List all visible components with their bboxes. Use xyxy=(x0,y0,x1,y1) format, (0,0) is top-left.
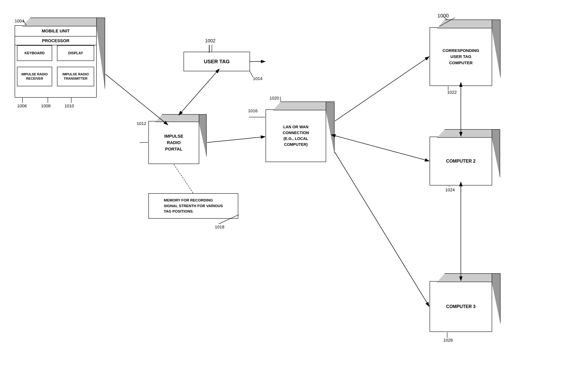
impulse-radio-transmitter-label: IMPULSE RADIOTRANSMITTER xyxy=(62,72,89,81)
svg-line-11 xyxy=(174,164,193,193)
impulse-portal-right xyxy=(199,114,206,165)
svg-line-3 xyxy=(179,72,217,115)
user-tag-label: USER TAG xyxy=(204,58,230,64)
impulse-radio-portal-box: IMPULSERADIOPORTAL xyxy=(148,121,199,164)
corresponding-utc-top xyxy=(437,20,500,28)
corresponding-utc-label: CORRESPONDINGUSER TAGCOMPUTER xyxy=(442,48,479,66)
impulse-radio-receiver-label: IMPULSE RADIORECEIVER xyxy=(21,72,48,81)
computer3-box: COMPUTER 3 xyxy=(430,281,492,332)
keyboard-label: KEYBOARD xyxy=(24,51,44,55)
corresponding-utc-right xyxy=(492,20,500,87)
memory-box: MEMORY FOR RECORDINGSIGNAL STRENTH FOR V… xyxy=(148,193,238,219)
ref-1002: 1002 xyxy=(205,38,216,44)
computer3-top xyxy=(437,273,500,282)
mobile-unit-right xyxy=(96,18,105,98)
ref-1012: 1012 xyxy=(137,121,146,126)
user-tag-box: USER TAG xyxy=(184,52,250,71)
mobile-unit-box: MOBILE UNIT PROCESSOR KEYBOARD DISPLAY I… xyxy=(15,26,97,98)
impulse-radio-portal-label: IMPULSERADIOPORTAL xyxy=(164,133,183,152)
ref-1008: 1008 xyxy=(41,104,50,108)
ref-1000: 1000 xyxy=(438,13,449,19)
svg-line-5 xyxy=(207,137,265,142)
computer2-right xyxy=(492,129,500,187)
ref-1026: 1026 xyxy=(443,338,453,343)
mobile-unit-top xyxy=(22,18,104,26)
svg-line-8 xyxy=(335,152,429,306)
processor-label: PROCESSOR xyxy=(42,38,70,43)
corresponding-utc-box: CORRESPONDINGUSER TAGCOMPUTER xyxy=(430,27,492,86)
display-label: DISPLAY xyxy=(68,51,83,55)
ref-1010: 1010 xyxy=(64,104,74,108)
diagram-container: 1000 MOBILE UNIT PROCESSOR KEYBOARD DISP… xyxy=(0,0,587,392)
svg-line-2 xyxy=(106,74,168,125)
lan-wan-label: LAN OR WANCONNECTION(E.G., LOCALCOMPUTER… xyxy=(283,124,309,148)
ref-1024: 1024 xyxy=(445,188,455,192)
computer3-label: COMPUTER 3 xyxy=(446,304,476,309)
ref-1020: 1020 xyxy=(270,96,279,101)
lan-wan-right xyxy=(326,102,334,163)
ref-1016: 1016 xyxy=(248,108,258,114)
ref-1014: 1014 xyxy=(253,76,262,81)
ref-1006: 1006 xyxy=(17,104,27,108)
computer2-box: COMPUTER 2 xyxy=(430,137,492,186)
svg-line-17 xyxy=(250,71,253,77)
svg-line-7 xyxy=(335,136,429,161)
mobile-unit-label: MOBILE UNIT xyxy=(42,28,70,34)
computer3-right xyxy=(492,273,500,333)
computer2-top xyxy=(437,129,500,138)
ref-1018: 1018 xyxy=(215,224,224,230)
ref-1022: 1022 xyxy=(447,90,457,95)
lan-wan-box: LAN OR WANCONNECTION(E.G., LOCALCOMPUTER… xyxy=(266,109,326,162)
impulse-portal-top xyxy=(155,114,206,122)
memory-label: MEMORY FOR RECORDINGSIGNAL STRENTH FOR V… xyxy=(164,198,223,214)
lan-wan-top xyxy=(273,102,334,110)
computer2-label: COMPUTER 2 xyxy=(446,158,476,164)
ref-1004: 1004 xyxy=(15,18,24,24)
svg-line-6 xyxy=(335,56,429,121)
